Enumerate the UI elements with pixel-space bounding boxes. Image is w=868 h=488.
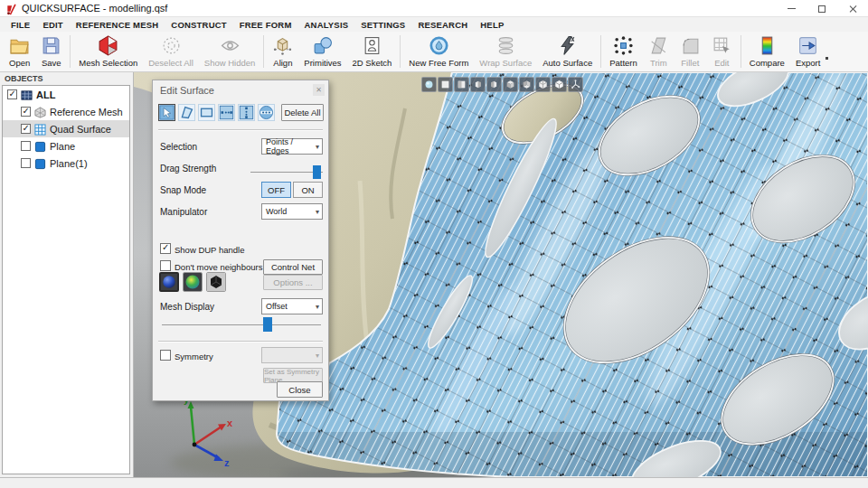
control-net-button[interactable]: Control Net: [263, 259, 323, 275]
offset-slider[interactable]: [162, 324, 321, 325]
axis-label-z: z: [224, 457, 230, 468]
quad-surface-icon: [34, 123, 46, 135]
snap-mode-label: Snap Mode: [160, 185, 206, 195]
tree-item-all[interactable]: ALL: [3, 86, 129, 103]
selection-tools: [158, 104, 275, 121]
options-button: Options ...: [263, 275, 323, 290]
align-button[interactable]: Align: [267, 33, 298, 71]
tool-select-loop[interactable]: [258, 104, 275, 121]
selection-dropdown[interactable]: Points / Edges: [261, 138, 323, 155]
title-bar: QUICKSURFACE - modelling.qsf: [0, 0, 868, 17]
checkbox-plane[interactable]: [21, 141, 31, 151]
menu-reference-mesh[interactable]: REFERENCE MESH: [70, 20, 165, 30]
compare-button[interactable]: Compare: [744, 33, 790, 71]
view-bottom-button[interactable]: [519, 77, 534, 92]
mesh-selection-button[interactable]: Mesh Selection: [73, 33, 143, 71]
delete-all-button[interactable]: Delete All: [281, 104, 324, 121]
close-button[interactable]: [837, 0, 868, 17]
checkbox-plane-1[interactable]: [21, 158, 31, 168]
toolbar-separator: [600, 35, 601, 68]
symmetry-dropdown: [261, 347, 323, 363]
close-icon: [848, 5, 857, 14]
drag-strength-label: Drag Strength: [160, 164, 216, 174]
maximize-button[interactable]: [807, 0, 837, 17]
display-wireframe-cube-button[interactable]: [206, 272, 226, 292]
view-top-button[interactable]: [503, 77, 518, 92]
save-button[interactable]: Save: [35, 33, 67, 71]
export-arrow-icon: [797, 35, 818, 56]
primitives-button[interactable]: Primitives: [298, 33, 346, 71]
menu-research[interactable]: RESEARCH: [411, 20, 474, 30]
view-left-button[interactable]: [470, 77, 486, 92]
tool-select-row[interactable]: [218, 104, 235, 121]
reference-mesh-icon: [34, 106, 46, 117]
2d-sketch-button[interactable]: 2D Sketch: [347, 33, 398, 71]
view-back-button[interactable]: [454, 77, 469, 92]
window-title: QUICKSURFACE - modelling.qsf: [22, 3, 167, 14]
open-button[interactable]: Open: [4, 33, 35, 71]
tree-item-quad-surface[interactable]: Quad Surface: [3, 120, 129, 137]
pattern-button[interactable]: Pattern: [604, 33, 643, 71]
view-axes-button[interactable]: [568, 77, 583, 92]
tree-item-plane[interactable]: Plane: [3, 137, 129, 155]
snap-off-button[interactable]: OFF: [261, 182, 291, 198]
objects-panel-header: OBJECTS: [0, 72, 133, 84]
fillet-button: Fillet: [675, 33, 706, 71]
menu-help[interactable]: HELP: [474, 20, 510, 30]
view-iso-back-button[interactable]: [552, 77, 567, 92]
menu-file[interactable]: FILE: [5, 20, 36, 30]
drag-strength-slider[interactable]: [250, 172, 323, 173]
dont-move-checkbox[interactable]: [160, 260, 171, 271]
pattern-dots-icon: [613, 35, 634, 56]
menu-settings[interactable]: SETTINGS: [354, 20, 411, 30]
view-front-button[interactable]: [438, 77, 453, 92]
app-logo-icon: [5, 3, 17, 14]
toolbar-separator: [70, 35, 71, 68]
dialog-separator: [158, 129, 323, 131]
all-grid-icon: [21, 89, 33, 100]
menu-construct[interactable]: CONSTRUCT: [165, 20, 232, 30]
axis-label-x: x: [227, 418, 233, 428]
checkbox-quad-surface[interactable]: [21, 124, 31, 134]
tool-select-column[interactable]: [238, 104, 255, 121]
tool-select-cursor[interactable]: [158, 104, 175, 121]
display-shaded-sphere-button[interactable]: [159, 272, 179, 292]
symmetry-checkbox[interactable]: [160, 350, 171, 361]
trim-icon: [648, 35, 669, 56]
dashed-circle-icon: [161, 35, 182, 56]
menu-edit[interactable]: EDIT: [36, 20, 69, 30]
checkbox-reference-mesh[interactable]: [21, 107, 31, 117]
drag-strength-handle[interactable]: [313, 165, 321, 179]
view-iso-button[interactable]: [535, 77, 551, 92]
sketch-icon: [362, 35, 382, 56]
lightning-icon: [557, 35, 578, 56]
dialog-title: Edit Surface: [160, 85, 214, 96]
menu-analysis[interactable]: ANALYSIS: [298, 20, 355, 30]
display-deviation-sphere-button[interactable]: [183, 272, 203, 292]
manipulator-dropdown[interactable]: World: [261, 203, 323, 220]
symmetry-label: Symmetry: [175, 352, 213, 361]
auto-surface-button[interactable]: Auto Surface: [537, 33, 598, 71]
tree-item-reference-mesh[interactable]: Reference Mesh: [3, 103, 129, 120]
view-right-button[interactable]: [486, 77, 502, 92]
export-dropdown-dot[interactable]: [826, 57, 828, 60]
tree-item-plane-1[interactable]: Plane(1): [3, 155, 129, 172]
freeform-ring-icon: [429, 35, 449, 56]
offset-slider-handle[interactable]: [263, 317, 272, 332]
menu-free-form[interactable]: FREE FORM: [233, 20, 298, 30]
main-toolbar: Open Save Mesh Selection Deselect All Sh…: [0, 32, 868, 72]
dialog-close-button[interactable]: [313, 84, 325, 96]
mesh-display-label: Mesh Display: [160, 302, 214, 312]
new-free-form-button[interactable]: New Free Form: [403, 33, 474, 71]
show-dup-label: Show DUP handle: [175, 245, 244, 255]
view-shaded-button[interactable]: [421, 77, 437, 92]
checkbox-all[interactable]: [7, 89, 17, 99]
close-dialog-button[interactable]: Close: [277, 381, 323, 398]
show-dup-checkbox[interactable]: [160, 243, 171, 254]
tool-select-rectangle[interactable]: [198, 104, 215, 121]
minimize-button[interactable]: [776, 0, 807, 17]
mesh-display-dropdown[interactable]: Offset: [261, 298, 323, 314]
snap-on-button[interactable]: ON: [293, 182, 323, 198]
export-button[interactable]: Export: [790, 33, 826, 71]
tool-select-quad[interactable]: [178, 104, 195, 121]
